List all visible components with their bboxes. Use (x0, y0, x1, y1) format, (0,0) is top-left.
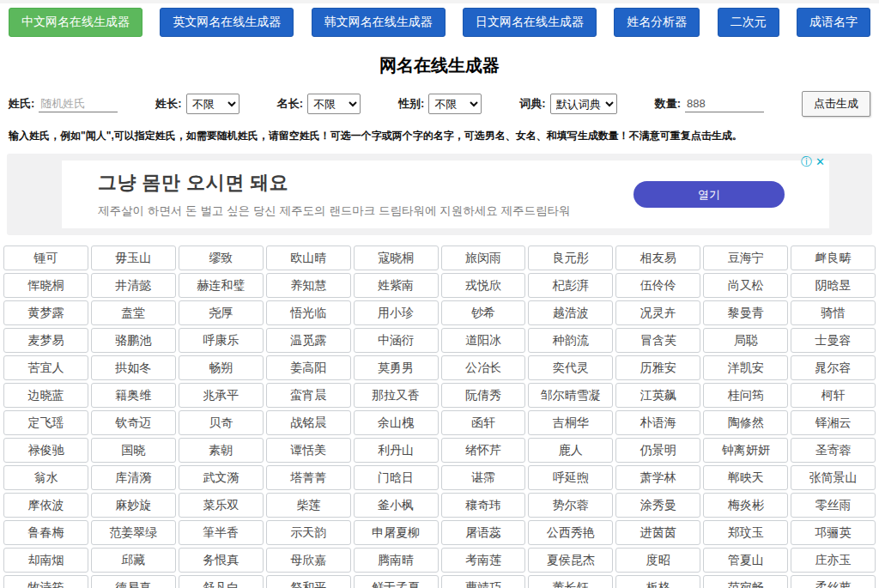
name-cell[interactable]: 郑玟玉 (703, 520, 788, 545)
name-cell[interactable]: 恽晓桐 (3, 273, 88, 298)
name-cell[interactable]: 示天韵 (266, 520, 351, 545)
name-cell[interactable]: 库清漪 (91, 465, 176, 490)
name-cell[interactable]: 缪致 (179, 246, 264, 270)
nav-tab-5[interactable]: 二次元 (718, 8, 779, 37)
name-cell[interactable]: 尧厚 (179, 300, 264, 325)
name-cell[interactable]: 范姜翠绿 (91, 520, 176, 545)
name-cell[interactable]: 姓紫南 (354, 273, 439, 298)
name-cell[interactable]: 钞希 (441, 300, 526, 325)
name-cell[interactable]: 张简景山 (791, 465, 876, 490)
name-cell[interactable]: 黎曼青 (703, 300, 788, 325)
name-cell[interactable]: 零丝雨 (791, 493, 876, 518)
name-cell[interactable]: 阮倩秀 (441, 383, 526, 408)
name-cell[interactable]: 种韵流 (528, 328, 613, 353)
name-cell[interactable]: 鹿人 (528, 438, 613, 463)
name-cell[interactable]: 邹尔晴雪凝 (528, 383, 613, 408)
name-cell[interactable]: 邱藏 (91, 548, 176, 573)
name-cell[interactable]: 屠语蕊 (441, 520, 526, 545)
name-cell[interactable]: 晁尔容 (791, 355, 876, 380)
name-cell[interactable]: 谌霈 (441, 465, 526, 490)
name-cell[interactable]: 用小珍 (354, 300, 439, 325)
name-cell[interactable]: 欧山晴 (266, 246, 351, 270)
name-cell[interactable]: 柴莲 (266, 493, 351, 518)
name-cell[interactable]: 黄梦露 (3, 300, 88, 325)
name-cell[interactable]: 井清懿 (91, 273, 176, 298)
name-cell[interactable]: 畅朔 (179, 355, 264, 380)
name-cell[interactable]: 萧学林 (615, 465, 700, 490)
name-cell[interactable]: 鲜于孟夏 (354, 575, 439, 588)
name-cell[interactable]: 钟离妍妍 (703, 438, 788, 463)
nav-tab-2[interactable]: 韩文网名在线生成器 (312, 8, 446, 37)
name-cell[interactable]: 历雅安 (615, 355, 700, 380)
name-cell[interactable]: 仍景明 (615, 438, 700, 463)
name-cell[interactable]: 翁水 (3, 465, 88, 490)
name-cell[interactable]: 釜小枫 (354, 493, 439, 518)
name-cell[interactable]: 柔丝萝 (791, 575, 876, 588)
nav-tab-1[interactable]: 英文网名在线生成器 (160, 8, 294, 37)
name-cell[interactable]: 定飞瑶 (3, 410, 88, 435)
name-cell[interactable]: 绪怀芹 (441, 438, 526, 463)
name-cell[interactable]: 德易真 (91, 575, 176, 588)
name-cell[interactable]: 武文漪 (179, 465, 264, 490)
name-cell[interactable]: 那拉又香 (354, 383, 439, 408)
name-cell[interactable]: 贝奇 (179, 410, 264, 435)
name-cell[interactable]: 利丹山 (354, 438, 439, 463)
name-cell[interactable]: 拱如冬 (91, 355, 176, 380)
name-cell[interactable]: 余山槐 (354, 410, 439, 435)
name-cell[interactable]: 邛骊英 (791, 520, 876, 545)
name-cell[interactable]: 朴语海 (615, 410, 700, 435)
nav-tab-0[interactable]: 中文网名在线生成器 (9, 8, 142, 37)
name-cell[interactable]: 进茵茵 (615, 520, 700, 545)
name-cell[interactable]: 郸映天 (703, 465, 788, 490)
name-cell[interactable]: 赫连和璧 (179, 273, 264, 298)
name-cell[interactable]: 腾南晴 (354, 548, 439, 573)
name-cell[interactable]: 桂问筠 (703, 383, 788, 408)
name-cell[interactable]: 姜高阳 (266, 355, 351, 380)
name-cell[interactable]: 鲁春梅 (3, 520, 88, 545)
name-cell[interactable]: 却南烟 (3, 548, 88, 573)
name-cell[interactable]: 谭恬美 (266, 438, 351, 463)
name-cell[interactable]: 悟光临 (266, 300, 351, 325)
name-cell[interactable]: 考南莲 (441, 548, 526, 573)
generate-button[interactable]: 点击生成 (802, 91, 870, 117)
name-cell[interactable]: 相友易 (615, 246, 700, 270)
name-cell[interactable]: 呼延煦 (528, 465, 613, 490)
name-cell[interactable]: 旅闵雨 (441, 246, 526, 270)
name-cell[interactable]: 骑惜 (791, 300, 876, 325)
name-cell[interactable]: 战铭晨 (266, 410, 351, 435)
name-cell[interactable]: 兆承平 (179, 383, 264, 408)
name-cell[interactable]: 素朝 (179, 438, 264, 463)
name-cell[interactable]: 道阳冰 (441, 328, 526, 353)
name-cell[interactable]: 势尔蓉 (528, 493, 613, 518)
nav-tab-3[interactable]: 日文网名在线生成器 (463, 8, 597, 37)
name-cell[interactable]: 菜乐双 (179, 493, 264, 518)
dictionary-select[interactable]: 默认词典 (550, 94, 617, 114)
name-cell[interactable]: 伍伶伶 (615, 273, 700, 298)
name-cell[interactable]: 奕代灵 (528, 355, 613, 380)
surname-length-select[interactable]: 不限 (186, 94, 239, 114)
name-cell[interactable]: 祭和平 (266, 575, 351, 588)
name-cell[interactable]: 况灵卉 (615, 300, 700, 325)
name-cell[interactable]: 莫勇男 (354, 355, 439, 380)
name-cell[interactable]: 母欣嘉 (266, 548, 351, 573)
ad-content-box[interactable]: 그냥 몸만 오시면 돼요 제주살이 하면서 돈 벌고 싶은 당신 제주도의 랜드… (62, 161, 829, 228)
name-cell[interactable]: 度昭 (615, 548, 700, 573)
name-cell[interactable]: 江英飙 (615, 383, 700, 408)
name-cell[interactable]: 寇晓桐 (354, 246, 439, 270)
name-cell[interactable]: 籍奥维 (91, 383, 176, 408)
name-cell[interactable]: 呼康乐 (179, 328, 264, 353)
name-cell[interactable]: 门晗日 (354, 465, 439, 490)
name-cell[interactable]: 陶修然 (703, 410, 788, 435)
name-cell[interactable]: 穰奇玮 (441, 493, 526, 518)
name-cell[interactable]: 养知慧 (266, 273, 351, 298)
name-cell[interactable]: 戎悦欣 (441, 273, 526, 298)
name-cell[interactable]: 锺可 (3, 246, 88, 270)
name-cell[interactable]: 温觅露 (266, 328, 351, 353)
name-cell[interactable]: 蛮宵晨 (266, 383, 351, 408)
name-cell[interactable]: 公冶长 (441, 355, 526, 380)
name-cell[interactable]: 务恨真 (179, 548, 264, 573)
name-cell[interactable]: 庄亦玉 (791, 548, 876, 573)
name-cell[interactable]: 夏侯昆杰 (528, 548, 613, 573)
name-cell[interactable]: 毋玉山 (91, 246, 176, 270)
name-cell[interactable]: 塔菁菁 (266, 465, 351, 490)
